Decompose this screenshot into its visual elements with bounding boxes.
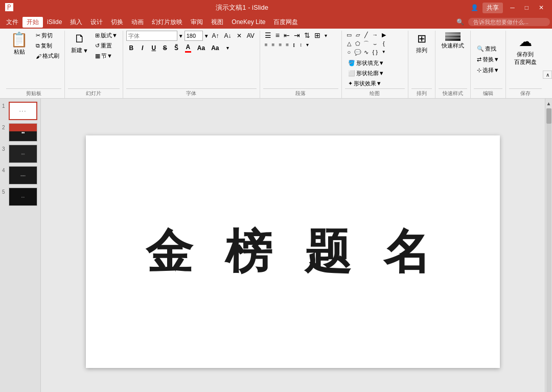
menu-item-slideshow[interactable]: 幻灯片放映 [148, 17, 187, 28]
shape-more[interactable]: ▶ [380, 31, 388, 39]
font-name-input[interactable] [126, 31, 177, 41]
increase-font-button[interactable]: A↑ [210, 32, 221, 40]
shape-rect[interactable]: ▭ [345, 31, 353, 39]
ribbon-collapse-button[interactable]: ∧ [543, 71, 552, 79]
slide-thumb-3[interactable]: 3 ≡≡≡ [2, 145, 38, 163]
shape-expand[interactable]: ▼ [380, 48, 388, 56]
indent-increase-button[interactable]: ⇥ [292, 31, 302, 40]
shape-pentagon[interactable]: ⬠ [354, 39, 362, 48]
cut-button[interactable]: ✂ 剪切 [34, 31, 61, 40]
shape-circle[interactable]: ○ [345, 48, 353, 56]
font-name-dropdown[interactable]: ▼ [178, 33, 183, 39]
menu-item-animation[interactable]: 动画 [127, 17, 148, 28]
font-settings[interactable]: ▾ [222, 44, 233, 52]
menu-item-design[interactable]: 设计 [86, 17, 107, 28]
format-painter-icon: 🖌 [36, 53, 41, 59]
slide-preview-4[interactable]: ■■■■ [9, 166, 37, 185]
paste-button[interactable]: 📋 粘贴 [6, 31, 32, 58]
align-center-button[interactable]: ≡ [270, 41, 277, 48]
list-bullet-button[interactable]: ☰ [263, 31, 273, 40]
slide-thumb-1[interactable]: 1 ··· [2, 102, 38, 120]
shape-rect2[interactable]: ▱ [354, 31, 362, 39]
slide-preview-1[interactable]: ··· [9, 102, 37, 120]
menu-item-insert[interactable]: 插入 [66, 17, 86, 28]
font-size-input[interactable] [185, 31, 203, 41]
italic-button[interactable]: I [137, 43, 148, 53]
highlight-button[interactable]: Aa [195, 43, 208, 53]
new-slide-button[interactable]: 🗋 新建 ▼ [68, 31, 91, 56]
select-button[interactable]: ⊹ 选择▼ [474, 65, 502, 75]
menu-item-onekeylite[interactable]: OneKey Lite [227, 17, 269, 27]
format-painter-button[interactable]: 🖌 格式刷 [34, 51, 61, 61]
save-cloud-button[interactable]: ☁ 保存到 百度网盘 [509, 31, 542, 69]
minimize-button[interactable]: ─ [507, 4, 518, 11]
indent-decrease-button[interactable]: ⇤ [282, 31, 291, 40]
menu-item-file[interactable]: 文件 [2, 17, 22, 28]
shape-outline-button[interactable]: ⬜ 形状轮廓▼ [345, 68, 387, 78]
shape-effect-button[interactable]: ✦ 形状效果▼ [345, 79, 387, 88]
scroll-thumb[interactable] [546, 108, 551, 124]
shape-triangle[interactable]: △ [345, 39, 353, 48]
layout-button[interactable]: ⊞ 版式▼ [93, 31, 120, 40]
quick-style-button[interactable]: 快速样式 [439, 31, 467, 51]
menu-item-view[interactable]: 视图 [207, 17, 227, 28]
shape-line[interactable]: ╱ [362, 31, 371, 39]
text-direction-button[interactable]: ⇅ [303, 31, 312, 40]
shape-fill-button[interactable]: 🪣 形状填充▼ [345, 58, 387, 68]
shape-curve[interactable]: ⌒ [362, 39, 371, 48]
maximize-button[interactable]: □ [522, 4, 532, 11]
search-input[interactable] [468, 18, 550, 26]
line-spacing-button[interactable]: ↕ [298, 41, 304, 48]
slide-preview-3[interactable]: ≡≡≡ [9, 145, 37, 163]
slide-canvas[interactable]: 金 榜 题 名 [86, 135, 500, 368]
shape-eq[interactable]: { } [371, 48, 379, 56]
font-size-dropdown[interactable]: ▼ [204, 33, 209, 39]
convert-smartart-button[interactable]: ⊞ [313, 31, 322, 40]
menu-item-review[interactable]: 审阅 [187, 17, 207, 28]
scroll-track[interactable] [546, 108, 551, 392]
slide-thumb-5[interactable]: 5 ■ ■ [2, 188, 38, 206]
section-button[interactable]: ▦ 节▼ [93, 51, 120, 61]
close-button[interactable]: ✕ [536, 4, 547, 11]
shape-custom[interactable]: ∿ [362, 48, 371, 56]
align-left-button[interactable]: ≡ [263, 41, 269, 48]
para-settings2-button[interactable]: ▾ [305, 41, 310, 48]
menu-item-home[interactable]: 开始 [22, 17, 43, 28]
menu-item-transition[interactable]: 切换 [107, 17, 127, 28]
copy-button[interactable]: ⧉ 复制 [34, 41, 61, 51]
para-settings-button[interactable]: ▾ [323, 32, 329, 39]
list-number-button[interactable]: ≡ [274, 31, 281, 40]
font-size-aa[interactable]: Aa [209, 43, 221, 53]
slide-preview-2[interactable]: ■■ [9, 123, 37, 142]
shape-arrow[interactable]: → [371, 31, 379, 39]
clear-format-button[interactable]: ✕ [235, 32, 244, 40]
underline-button[interactable]: U [149, 43, 159, 53]
slide-main-text[interactable]: 金 榜 题 名 [146, 220, 441, 284]
slide-thumb-2[interactable]: 2 ■■ [2, 123, 38, 142]
slide-thumb-4[interactable]: 4 ■■■■ [2, 166, 38, 185]
menu-item-islide[interactable]: iSlide [43, 17, 66, 27]
shadow-button[interactable]: S̈ [171, 43, 181, 53]
user-icon[interactable]: 👤 [471, 4, 478, 11]
columns-button[interactable]: ⫿ [291, 41, 297, 48]
replace-button[interactable]: ⇄ 替换▼ [474, 55, 502, 64]
shape-callout[interactable]: 💬 [354, 48, 362, 56]
find-button[interactable]: 🔍 查找 [474, 44, 499, 54]
font-color-button[interactable]: A [182, 42, 194, 54]
align-right-button[interactable]: ≡ [277, 41, 283, 48]
decrease-font-button[interactable]: A↓ [222, 32, 234, 40]
arrange-button[interactable]: ⊞ 排列 [411, 31, 432, 56]
bold-button[interactable]: B [126, 43, 136, 53]
justify-button[interactable]: ≡ [284, 41, 290, 48]
strikethrough-button[interactable]: S [160, 43, 170, 53]
shape-brace[interactable]: ⌣ [371, 39, 379, 48]
scroll-up-button[interactable]: ▲ [545, 100, 552, 107]
share-button[interactable]: 共享 [482, 3, 503, 13]
arrange-group-label: 排列 [411, 88, 432, 97]
vertical-scrollbar[interactable]: ▲ ▼ [545, 99, 552, 392]
menu-item-baidupan[interactable]: 百度网盘 [269, 17, 302, 28]
slide-preview-5[interactable]: ■ ■ [9, 188, 37, 206]
shape-bracket[interactable]: { [380, 39, 388, 48]
reset-button[interactable]: ↺ 重置 [93, 41, 120, 51]
char-spacing-button[interactable]: AV [245, 32, 257, 40]
